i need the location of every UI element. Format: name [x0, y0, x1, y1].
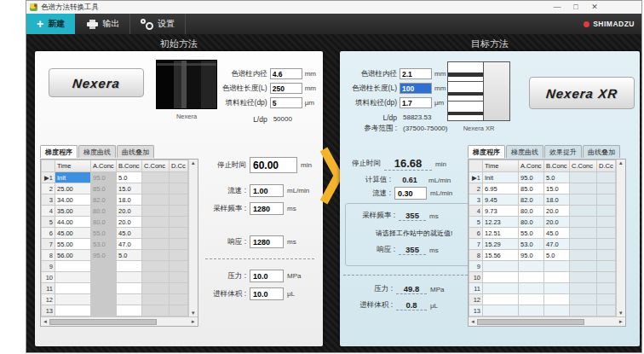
table-cell[interactable]: 15.29: [483, 239, 519, 250]
table-cell[interactable]: 5.0: [117, 172, 142, 183]
table-cell[interactable]: [570, 261, 597, 272]
table-cell[interactable]: 15.0: [544, 183, 570, 194]
table-cell[interactable]: [597, 172, 616, 183]
table-cell[interactable]: [519, 261, 544, 272]
table-cell[interactable]: [597, 272, 616, 283]
source-table-vscrollbar[interactable]: ▲▼: [188, 160, 198, 316]
table-cell[interactable]: [597, 261, 616, 272]
table-cell[interactable]: 12.23: [483, 217, 519, 228]
table-cell[interactable]: [55, 305, 91, 316]
table-cell[interactable]: 95.0: [91, 172, 117, 183]
table-cell[interactable]: [91, 305, 117, 316]
table-cell[interactable]: [170, 294, 188, 305]
table-cell[interactable]: [142, 183, 170, 194]
table-cell[interactable]: [597, 228, 616, 239]
maximize-button[interactable]: □: [566, 2, 585, 13]
table-cell[interactable]: 80.0: [519, 217, 544, 228]
table-cell[interactable]: [142, 172, 170, 183]
settings-button[interactable]: 设置: [130, 14, 186, 34]
table-cell[interactable]: 15.0: [117, 183, 142, 194]
table-cell[interactable]: 82.0: [91, 194, 117, 206]
new-button[interactable]: + 新建: [26, 14, 75, 34]
target-col-id-input[interactable]: [400, 68, 432, 79]
table-cell[interactable]: [570, 217, 597, 228]
table-cell[interactable]: [597, 206, 616, 217]
table-cell[interactable]: [117, 261, 142, 272]
table-cell[interactable]: [170, 183, 188, 194]
table-cell[interactable]: [91, 283, 117, 294]
table-cell[interactable]: [142, 250, 170, 261]
table-cell[interactable]: [519, 272, 544, 283]
table-cell[interactable]: 5.0: [544, 250, 570, 261]
column-header[interactable]: C.Conc: [142, 160, 170, 172]
table-cell[interactable]: 18.0: [544, 194, 570, 206]
table-cell[interactable]: [91, 261, 117, 272]
table-cell[interactable]: [170, 194, 188, 206]
table-cell[interactable]: 20.0: [544, 217, 570, 228]
table-cell[interactable]: 20.0: [117, 217, 142, 228]
table-cell[interactable]: 95.0: [519, 250, 544, 261]
table-cell[interactable]: 55.00: [55, 239, 91, 250]
table-cell[interactable]: [170, 228, 188, 239]
table-cell[interactable]: [170, 172, 188, 183]
table-cell[interactable]: [519, 294, 544, 305]
target-dp-input[interactable]: [400, 97, 432, 108]
target-col-len-input[interactable]: [400, 83, 432, 94]
table-cell[interactable]: 55.0: [519, 228, 544, 239]
table-cell[interactable]: 80.0: [91, 206, 117, 217]
table-cell[interactable]: 20.0: [544, 206, 570, 217]
table-cell[interactable]: 95.0: [91, 250, 117, 261]
table-cell[interactable]: [55, 272, 91, 283]
table-cell[interactable]: [570, 228, 597, 239]
minimize-button[interactable]: —: [548, 2, 566, 13]
target-tab-curve-overlay[interactable]: 曲线叠加: [583, 145, 620, 158]
target-flow-input[interactable]: [394, 187, 427, 200]
table-cell[interactable]: [170, 239, 188, 250]
table-cell[interactable]: 56.00: [55, 250, 91, 261]
table-cell[interactable]: 6.95: [483, 183, 519, 194]
table-cell[interactable]: [142, 239, 170, 250]
source-instrument-button[interactable]: Nexera: [49, 68, 144, 97]
table-cell[interactable]: [142, 261, 170, 272]
table-cell[interactable]: [597, 194, 616, 206]
table-cell[interactable]: [117, 305, 142, 316]
table-cell[interactable]: [142, 228, 170, 239]
table-cell[interactable]: 45.0: [117, 228, 142, 239]
table-cell[interactable]: [117, 294, 142, 305]
table-cell[interactable]: [570, 283, 597, 294]
table-cell[interactable]: [570, 272, 597, 283]
table-cell[interactable]: [55, 261, 91, 272]
column-header[interactable]: B.Conc: [544, 160, 570, 172]
source-flow-input[interactable]: [250, 184, 284, 197]
table-cell[interactable]: [55, 283, 91, 294]
table-cell[interactable]: 12.51: [483, 228, 519, 239]
table-cell[interactable]: 53.0: [91, 239, 117, 250]
table-cell[interactable]: [570, 206, 597, 217]
table-cell[interactable]: 53.0: [519, 239, 544, 250]
table-cell[interactable]: [544, 261, 570, 272]
output-button[interactable]: 输出: [77, 14, 130, 34]
column-header[interactable]: A.Conc: [519, 160, 544, 172]
table-cell[interactable]: 35.00: [55, 206, 91, 217]
table-cell[interactable]: [170, 272, 188, 283]
target-tab-gradient-curve[interactable]: 梯度曲线: [506, 145, 543, 158]
table-cell[interactable]: [544, 272, 570, 283]
table-cell[interactable]: [170, 217, 188, 228]
table-cell[interactable]: [544, 305, 570, 316]
source-col-len-input[interactable]: [270, 83, 302, 94]
table-cell[interactable]: Init: [483, 172, 519, 183]
table-cell[interactable]: 45.00: [55, 228, 91, 239]
table-cell[interactable]: [570, 250, 597, 261]
table-cell[interactable]: [55, 294, 91, 305]
table-cell[interactable]: [570, 194, 597, 206]
column-header[interactable]: D.Cc: [170, 160, 188, 172]
table-cell[interactable]: 34.00: [55, 194, 91, 206]
table-cell[interactable]: [142, 217, 170, 228]
table-cell[interactable]: 82.0: [519, 194, 544, 206]
source-dp-input[interactable]: [270, 97, 302, 108]
table-cell[interactable]: [117, 283, 142, 294]
table-cell[interactable]: 80.0: [91, 217, 117, 228]
column-header[interactable]: C.Conc: [570, 160, 597, 172]
table-cell[interactable]: [597, 239, 616, 250]
table-cell[interactable]: [570, 183, 597, 194]
